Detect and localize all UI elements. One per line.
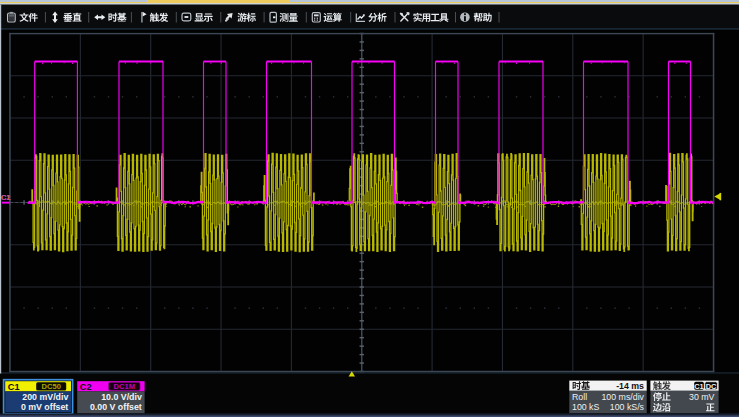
svg-text:100 kS/s: 100 kS/s (610, 402, 645, 412)
svg-text:100 kS: 100 kS (572, 402, 600, 412)
svg-text:C2: C2 (1, 193, 10, 202)
svg-text:0 mV offset: 0 mV offset (21, 402, 68, 412)
svg-text:10.0 V/div: 10.0 V/div (101, 392, 142, 402)
svg-text:DC50: DC50 (41, 382, 60, 391)
svg-text:C1: C1 (8, 382, 20, 392)
svg-text:0.00 V offset: 0.00 V offset (90, 402, 142, 412)
svg-text:C1: C1 (694, 382, 703, 391)
svg-text:-14 ms: -14 ms (616, 381, 644, 391)
svg-text:C2: C2 (80, 382, 92, 392)
svg-text:100 ms/div: 100 ms/div (601, 392, 644, 402)
svg-text:DC1M: DC1M (114, 382, 136, 391)
svg-text:Roll: Roll (572, 392, 587, 402)
svg-text:200 mV/div: 200 mV/div (22, 392, 68, 402)
svg-text:30 mV: 30 mV (689, 392, 715, 402)
svg-text:DC: DC (706, 382, 717, 391)
